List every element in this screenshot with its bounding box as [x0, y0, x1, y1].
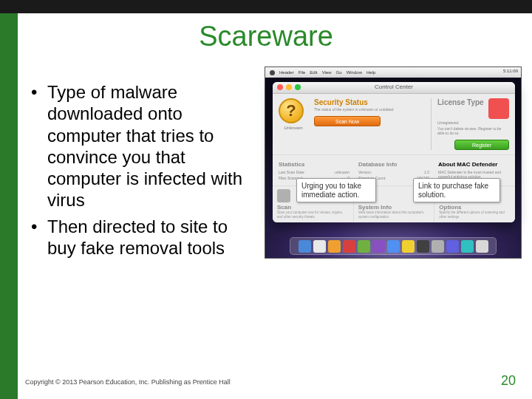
- mac-menubar: Header File Edit View Go Window Help 5:1…: [265, 67, 521, 78]
- callout-purchase-link: Link to purchase fake solution.: [413, 178, 500, 202]
- license-subtext: You can't delete viruses. Register to be…: [437, 126, 509, 135]
- dock-item[interactable]: [432, 240, 444, 253]
- menu-item: Edit: [310, 70, 317, 75]
- dock-item[interactable]: [328, 240, 341, 253]
- stat-row: Version: 1.0: [358, 170, 429, 174]
- menu-item: Go: [336, 70, 342, 75]
- magnifier-icon: [277, 189, 290, 202]
- page-number: 20: [501, 373, 516, 389]
- dock-item[interactable]: [461, 240, 474, 253]
- dialog-title: Control Center: [273, 83, 515, 90]
- database-heading: Database Info: [358, 161, 429, 168]
- security-status-label: Unknown: [279, 126, 308, 130]
- footer-scan-text: Scan your computer now for viruses, troj…: [277, 211, 349, 219]
- about-heading: About MAC Defender: [438, 161, 509, 168]
- slide-title: Scareware: [0, 21, 532, 52]
- scan-now-button[interactable]: Scan Now: [314, 116, 381, 126]
- bullet-item: Type of malware downloaded onto computer…: [27, 81, 256, 211]
- security-icon-block: ? Unknown: [279, 98, 308, 150]
- question-shield-icon: ?: [279, 98, 304, 123]
- dock-item[interactable]: [299, 240, 311, 253]
- security-heading: Security Status: [314, 98, 425, 106]
- dock-item[interactable]: [372, 240, 385, 253]
- copyright-text: Copyright © 2013 Pearson Education, Inc.…: [25, 378, 231, 386]
- dock-item[interactable]: [446, 240, 459, 253]
- security-status-block: Security Status The status of the system…: [314, 98, 425, 150]
- dock-item[interactable]: [402, 240, 415, 253]
- license-status: Unregistered: [437, 120, 509, 125]
- menu-item: Window: [347, 70, 362, 75]
- dock-item[interactable]: [343, 240, 355, 253]
- slide-body: Type of malware downloaded onto computer…: [27, 81, 256, 263]
- footer-opt-heading: Options: [439, 204, 511, 211]
- menu-item: View: [322, 70, 332, 75]
- stat-val: 1.0: [424, 170, 429, 174]
- dock-item[interactable]: [387, 240, 400, 253]
- footer-sys-heading: System Info: [358, 204, 430, 211]
- dialog-top-row: ? Unknown Security Status The status of …: [273, 94, 515, 150]
- callout-urging-action: Urging you to take immediate action.: [296, 178, 376, 202]
- dock-item[interactable]: [313, 240, 326, 253]
- slide-accent-left: [0, 0, 18, 399]
- apple-icon: [270, 70, 275, 75]
- security-subtext: The status of the system is unknown or o…: [314, 107, 425, 112]
- menu-item: Help: [366, 70, 375, 75]
- menubar-clock: 5:11:00: [503, 69, 518, 73]
- footer-opt-text: Specify the different options of scannin…: [439, 211, 511, 219]
- stat-key: Version:: [358, 170, 372, 174]
- stat-val: unknown: [335, 170, 349, 174]
- dock-item[interactable]: [417, 240, 429, 253]
- statistics-heading: Statistics: [279, 161, 349, 168]
- bullet-item: Then directed to site to buy fake remova…: [27, 216, 256, 259]
- dock-item[interactable]: [476, 240, 488, 253]
- dock-item[interactable]: [358, 240, 370, 253]
- scareware-screenshot: Header File Edit View Go Window Help 5:1…: [265, 66, 522, 259]
- license-block: License Type Unregistered You can't dele…: [431, 98, 509, 150]
- menu-item: Header: [279, 70, 294, 75]
- footer-sys-text: View basic information about this comput…: [358, 211, 430, 219]
- menu-item: File: [299, 70, 306, 75]
- slide-accent-top: [0, 0, 532, 13]
- stat-key: Last Scan Date:: [279, 170, 305, 174]
- bullet-list: Type of malware downloaded onto computer…: [27, 81, 256, 259]
- footer-scan-heading: Scan: [277, 204, 349, 211]
- stat-row: Last Scan Date: unknown: [279, 170, 349, 174]
- license-badge-icon: [488, 98, 509, 119]
- mac-dock: [290, 237, 497, 255]
- dialog-titlebar: Control Center: [273, 82, 515, 94]
- register-button[interactable]: Register: [454, 140, 509, 150]
